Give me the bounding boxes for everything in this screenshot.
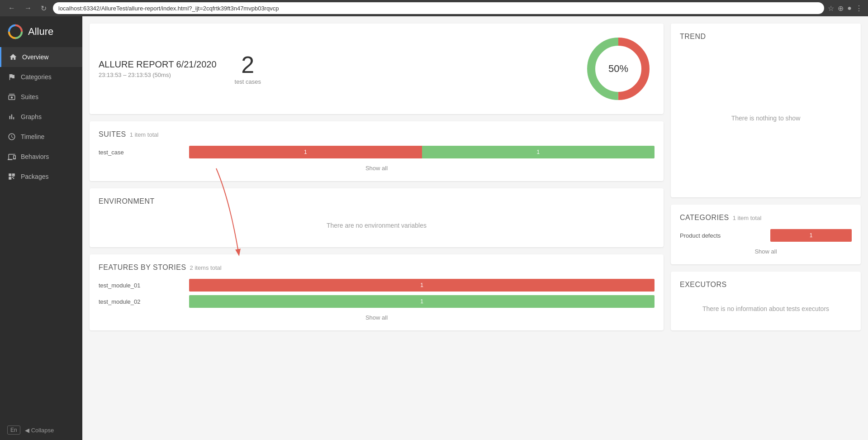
sidebar-item-timeline[interactable]: Timeline bbox=[0, 127, 82, 147]
trend-card: TREND There is nothing to show bbox=[671, 24, 861, 197]
categories-bar-red[interactable]: 1 bbox=[770, 229, 852, 242]
categories-bar-track[interactable]: 1 bbox=[770, 229, 852, 242]
features-bar-row-1: test_module_02 1 bbox=[99, 295, 655, 308]
categories-header: CATEGORIES 1 item total bbox=[680, 214, 852, 222]
features-bar-row-0: test_module_01 1 bbox=[99, 279, 655, 292]
features-show-all-link[interactable]: Show all bbox=[365, 314, 388, 321]
donut-area: 50% bbox=[582, 33, 655, 105]
categories-title: CATEGORIES bbox=[680, 214, 729, 222]
suites-bar-row: test_case 1 1 bbox=[99, 146, 655, 158]
bar-chart-icon bbox=[7, 112, 16, 121]
browser-chrome: ← → ↻ localhost:63342/AllureTest/allure-… bbox=[0, 0, 868, 16]
test-count-label: test cases bbox=[235, 78, 261, 85]
categories-show-all-link[interactable]: Show all bbox=[754, 248, 777, 255]
sidebar-footer: En ◀ Collapse bbox=[0, 420, 82, 440]
suites-row-label: test_case bbox=[99, 149, 189, 156]
report-title-area: ALLURE REPORT 6/21/2020 23:13:53 – 23:13… bbox=[99, 59, 217, 78]
trend-header: TREND bbox=[680, 33, 852, 41]
refresh-button[interactable]: ↻ bbox=[38, 3, 49, 14]
donut-chart: 50% bbox=[582, 33, 655, 105]
right-column: TREND There is nothing to show CATEGORIE… bbox=[671, 24, 861, 330]
extensions-icon[interactable]: ⊕ bbox=[838, 4, 844, 13]
report-title: ALLURE REPORT 6/21/2020 bbox=[99, 59, 217, 70]
sidebar: Allure Overview Categories Suites bbox=[0, 16, 82, 440]
left-column: ALLURE REPORT 6/21/2020 23:13:53 – 23:13… bbox=[90, 24, 664, 330]
suites-show-all-link[interactable]: Show all bbox=[365, 165, 388, 172]
packages-icon bbox=[7, 172, 16, 181]
features-header: FEATURES BY STORIES 2 items total bbox=[99, 263, 655, 272]
environment-title: ENVIRONMENT bbox=[99, 197, 155, 206]
trend-empty: There is nothing to show bbox=[731, 78, 801, 158]
categories-count: 1 item total bbox=[733, 215, 762, 221]
sidebar-logo-text: Allure bbox=[28, 26, 53, 38]
app-container: Allure Overview Categories Suites bbox=[0, 16, 868, 440]
sidebar-nav: Overview Categories Suites Graphs bbox=[0, 47, 82, 420]
suites-bar-red[interactable]: 1 bbox=[189, 146, 422, 158]
features-row-label-1: test_module_02 bbox=[99, 298, 189, 305]
trend-title: TREND bbox=[680, 33, 706, 41]
suites-show-all: Show all bbox=[99, 164, 655, 172]
suites-bar-track[interactable]: 1 1 bbox=[189, 146, 655, 158]
environment-header: ENVIRONMENT bbox=[99, 197, 655, 206]
suites-card: SUITES 1 item total test_case 1 1 Show a… bbox=[90, 121, 664, 181]
chevron-left-icon: ◀ bbox=[25, 427, 29, 434]
sidebar-item-overview[interactable]: Overview bbox=[0, 47, 82, 67]
features-title: FEATURES BY STORIES bbox=[99, 263, 186, 272]
address-bar[interactable]: localhost:63342/AllureTest/allure-report… bbox=[53, 2, 824, 14]
features-show-all: Show all bbox=[99, 313, 655, 321]
report-subtitle: 23:13:53 – 23:13:53 (50ms) bbox=[99, 72, 217, 78]
features-bar-track-1[interactable]: 1 bbox=[189, 295, 655, 308]
executors-empty: There is no information about tests exec… bbox=[680, 296, 852, 321]
suites-bar-green[interactable]: 1 bbox=[422, 146, 655, 158]
executors-title: EXECUTORS bbox=[680, 281, 727, 289]
features-card: FEATURES BY STORIES 2 items total test_m… bbox=[90, 254, 664, 330]
test-count-area: 2 test cases bbox=[235, 53, 261, 85]
environment-card: ENVIRONMENT There are no environment var… bbox=[90, 188, 664, 247]
star-icon[interactable]: ☆ bbox=[828, 4, 834, 13]
report-header-card: ALLURE REPORT 6/21/2020 23:13:53 – 23:13… bbox=[90, 24, 664, 114]
suites-icon bbox=[7, 92, 16, 101]
categories-show-all: Show all bbox=[680, 247, 852, 255]
features-bar-track-0[interactable]: 1 bbox=[189, 279, 655, 292]
collapse-button[interactable]: ◀ Collapse bbox=[25, 427, 54, 434]
sidebar-item-categories[interactable]: Categories bbox=[0, 67, 82, 87]
behaviors-icon bbox=[7, 152, 16, 161]
sidebar-item-suites[interactable]: Suites bbox=[0, 87, 82, 107]
forward-button[interactable]: → bbox=[22, 3, 34, 13]
donut-label: 50% bbox=[608, 63, 628, 75]
browser-actions: ☆ ⊕ ● ⋮ bbox=[828, 4, 863, 13]
suites-title: SUITES bbox=[99, 130, 126, 139]
executors-header: EXECUTORS bbox=[680, 281, 852, 289]
suites-count: 1 item total bbox=[130, 131, 159, 138]
flag-icon bbox=[7, 72, 16, 81]
categories-bar-row: Product defects 1 bbox=[680, 229, 852, 242]
environment-empty: There are no environment variables bbox=[99, 213, 655, 238]
sidebar-item-packages[interactable]: Packages bbox=[0, 167, 82, 187]
categories-row-label: Product defects bbox=[680, 232, 770, 239]
sidebar-item-graphs[interactable]: Graphs bbox=[0, 107, 82, 127]
main-content: ALLURE REPORT 6/21/2020 23:13:53 – 23:13… bbox=[82, 16, 868, 440]
executors-card: EXECUTORS There is no information about … bbox=[671, 272, 861, 330]
sidebar-logo: Allure bbox=[0, 16, 82, 47]
language-button[interactable]: En bbox=[7, 426, 20, 435]
report-header: ALLURE REPORT 6/21/2020 23:13:53 – 23:13… bbox=[99, 33, 655, 105]
features-bar-green-1[interactable]: 1 bbox=[189, 295, 655, 308]
account-icon[interactable]: ● bbox=[847, 4, 852, 13]
categories-card: CATEGORIES 1 item total Product defects … bbox=[671, 205, 861, 264]
allure-logo-icon bbox=[7, 24, 24, 40]
features-bar-red-0[interactable]: 1 bbox=[189, 279, 655, 292]
back-button[interactable]: ← bbox=[5, 3, 18, 13]
test-count-number: 2 bbox=[235, 53, 261, 77]
suites-header: SUITES 1 item total bbox=[99, 130, 655, 139]
sidebar-item-behaviors[interactable]: Behaviors bbox=[0, 147, 82, 167]
clock-icon bbox=[7, 132, 16, 141]
home-icon bbox=[9, 53, 18, 62]
features-row-label-0: test_module_01 bbox=[99, 282, 189, 289]
menu-icon[interactable]: ⋮ bbox=[855, 4, 863, 13]
features-count: 2 items total bbox=[190, 264, 222, 271]
